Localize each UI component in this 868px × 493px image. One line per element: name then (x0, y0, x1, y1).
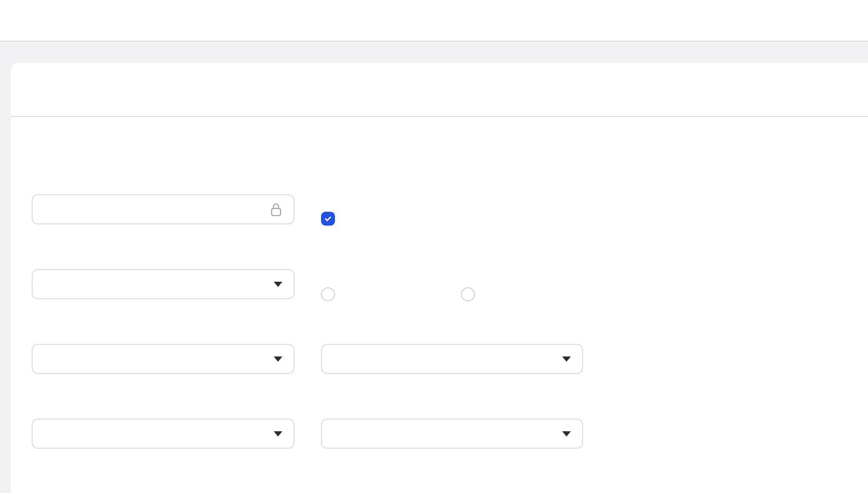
default-currency-select[interactable] (32, 419, 295, 449)
tab-bar (32, 91, 80, 103)
lock-icon (270, 201, 282, 217)
field-default-timezone (32, 190, 295, 224)
date-format-select[interactable] (32, 269, 295, 299)
default-timezone-input (42, 203, 270, 216)
radio-12h[interactable] (321, 287, 335, 301)
chevron-down-icon (562, 356, 571, 362)
chevron-down-icon (274, 356, 282, 362)
auto-timezone-toggle[interactable] (321, 212, 341, 226)
field-date-format (32, 265, 295, 299)
thousands-separator-select[interactable] (32, 344, 295, 374)
field-preferred-language (321, 414, 583, 449)
settings-card (11, 63, 868, 493)
radio-24h[interactable] (461, 287, 475, 301)
page-header (0, 0, 868, 42)
auto-timezone-checkbox[interactable] (321, 212, 335, 226)
check-icon (324, 214, 332, 223)
field-decimal-separator (321, 340, 583, 374)
time-format-option-12h[interactable] (321, 287, 461, 301)
field-default-currency (32, 414, 295, 449)
chevron-down-icon (274, 282, 282, 287)
content-background (0, 43, 868, 493)
time-format-radio-group (321, 287, 481, 301)
chevron-down-icon (274, 431, 282, 436)
chevron-down-icon (562, 431, 571, 436)
decimal-separator-select[interactable] (321, 344, 583, 374)
default-timezone-input-wrapper (32, 194, 295, 224)
time-format-option-24h[interactable] (461, 287, 481, 301)
field-thousands-separator (32, 340, 295, 374)
tab-divider (11, 116, 868, 117)
preferred-language-select[interactable] (321, 419, 583, 449)
